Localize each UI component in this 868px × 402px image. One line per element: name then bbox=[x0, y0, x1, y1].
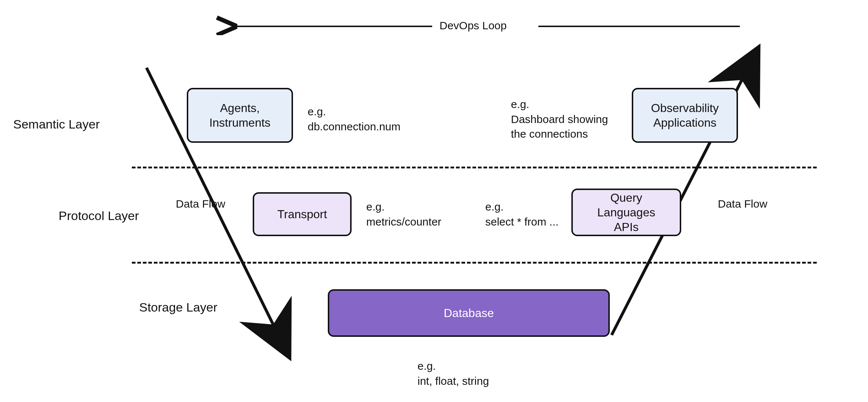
dataflow-label-right: Data Flow bbox=[718, 198, 767, 210]
diagram-canvas: DevOps Loop Data Flow Data Flow Semantic… bbox=[0, 0, 868, 402]
box-label: Agents, Instruments bbox=[209, 101, 270, 130]
box-transport: Transport bbox=[253, 192, 352, 236]
box-label: Transport bbox=[277, 207, 327, 222]
layer-label-semantic: Semantic Layer bbox=[13, 117, 100, 131]
box-agents-instruments: Agents, Instruments bbox=[187, 88, 293, 143]
semantic-left-example: e.g. db.connection.num bbox=[308, 104, 401, 134]
box-label: Query Languages APIs bbox=[580, 190, 672, 234]
layer-label-protocol: Protocol Layer bbox=[59, 209, 139, 223]
devops-loop-label: DevOps Loop bbox=[439, 19, 507, 32]
divider-1 bbox=[132, 167, 817, 168]
dataflow-label-left: Data Flow bbox=[176, 198, 225, 210]
box-label: Observability Applications bbox=[651, 101, 719, 130]
box-database: Database bbox=[328, 289, 610, 337]
layer-label-storage: Storage Layer bbox=[139, 300, 218, 314]
box-query-languages: Query Languages APIs bbox=[571, 189, 681, 236]
storage-example: e.g. int, float, string bbox=[418, 359, 489, 388]
box-observability-apps: Observability Applications bbox=[632, 88, 738, 143]
protocol-right-example: e.g. select * from ... bbox=[485, 200, 559, 229]
protocol-left-example: e.g. metrics/counter bbox=[366, 200, 441, 229]
semantic-right-example: e.g. Dashboard showing the connections bbox=[511, 97, 608, 142]
divider-2 bbox=[132, 262, 817, 264]
box-label: Database bbox=[444, 306, 494, 320]
